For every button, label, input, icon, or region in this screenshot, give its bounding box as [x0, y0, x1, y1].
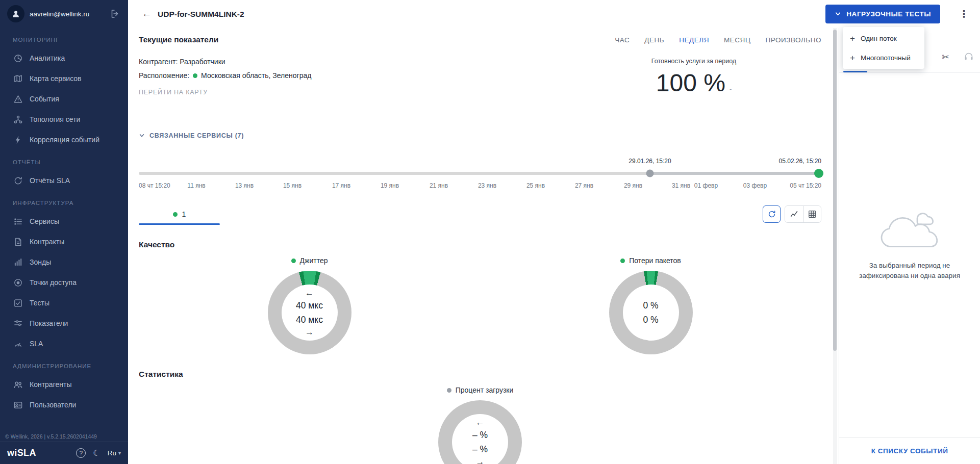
sidebar-item-service-map[interactable]: Карта сервисов: [0, 68, 128, 89]
language-selector[interactable]: Ru ▾: [108, 449, 121, 457]
main-content: Текущие показатели ЧАС ДЕНЬ НЕДЕЛЯ МЕСЯЦ…: [128, 28, 833, 464]
vertical-scrollbar[interactable]: [833, 28, 837, 464]
sidebar-item-label: Контракты: [30, 238, 64, 246]
sidebar-item-label: Карта сервисов: [30, 74, 82, 83]
logout-icon[interactable]: [110, 9, 120, 19]
load-tests-button[interactable]: НАГРУЗОЧНЫЕ ТЕСТЫ: [825, 5, 940, 23]
time-range-slider: 29.01.26, 15:20 05.02.26, 15:20 08 чт 15…: [139, 158, 821, 190]
go-to-map-link[interactable]: ПЕРЕЙТИ НА КАРТУ: [139, 89, 208, 96]
sidebar-item-contracts[interactable]: Контракты: [0, 231, 128, 252]
active-tab-indicator: [843, 71, 867, 72]
location-value: Московская область, Зеленоград: [201, 71, 311, 80]
slider-handle-start[interactable]: [646, 170, 654, 177]
sidebar-item-label: Точки доступа: [30, 278, 77, 287]
more-menu-icon[interactable]: ⋮: [959, 8, 969, 20]
slider-tick-label: 23 янв: [478, 182, 496, 189]
sidebar-item-label: Топология сети: [30, 115, 80, 123]
tab-custom[interactable]: ПРОИЗВОЛЬНО: [765, 36, 821, 44]
slider-tick-label: 29 янв: [624, 182, 642, 189]
sidebar-item-indicators[interactable]: Показатели: [0, 313, 128, 333]
user-row[interactable]: aavrelin@wellink.ru: [0, 0, 128, 28]
sidebar: aavrelin@wellink.ru МОНИТОРИНГ Аналитика…: [0, 0, 128, 464]
sidebar-item-users[interactable]: Пользователи: [0, 395, 128, 415]
help-icon[interactable]: ?: [76, 448, 86, 458]
related-services-toggle[interactable]: СВЯЗАННЫЕ СЕРВИСЫ (7): [139, 132, 821, 139]
page-title: UDP-for-SUMM4LINK-2: [158, 10, 244, 19]
back-button[interactable]: ←: [142, 9, 152, 18]
gauge-ring: ← 40 мкс 40 мкс →: [268, 271, 351, 354]
gauge-icon: [13, 339, 23, 349]
sla-report-icon: [13, 175, 23, 186]
sidebar-item-label: Корреляция событий: [30, 136, 99, 144]
sidebar-item-events[interactable]: События: [0, 89, 128, 109]
top-header: ← UDP-for-SUMM4LINK-2 НАГРУЗОЧНЫЕ ТЕСТЫ …: [128, 0, 980, 28]
availability-label: Готовность услуги за период: [612, 58, 775, 65]
refresh-button[interactable]: [763, 205, 781, 223]
table-view-button[interactable]: [803, 206, 821, 222]
sidebar-item-counterparties[interactable]: Контрагенты: [0, 374, 128, 395]
service-info: Контрагент: Разработчики Расположение: М…: [139, 58, 821, 115]
slider-tick-label: 15 янв: [283, 182, 301, 189]
sidebar-item-label: SLA: [30, 340, 43, 348]
availability-extra: -: [730, 85, 732, 93]
incidents-panel: ✂ За выбранный период не зафиксирована н…: [839, 28, 980, 464]
status-dot-green: [173, 212, 178, 217]
slider-to-label: 05.02.26, 15:20: [779, 158, 821, 165]
slider-tick-label: 11 янв: [187, 182, 205, 189]
slider-handle-end[interactable]: [814, 169, 823, 178]
caret-down-icon: ▾: [118, 450, 121, 456]
related-services-label: СВЯЗАННЫЕ СЕРВИСЫ (7): [149, 132, 244, 139]
sidebar-item-sla-reports[interactable]: Отчёты SLA: [0, 170, 128, 191]
events-list-link[interactable]: К СПИСКУ СОБЫТИЙ: [871, 447, 948, 455]
tab-day[interactable]: ДЕНЬ: [644, 36, 664, 44]
period-tabs: ЧАС ДЕНЬ НЕДЕЛЯ МЕСЯЦ ПРОИЗВОЛЬНО: [615, 36, 821, 44]
nav-section-infrastructure: ИНФРАСТРУКТУРА: [0, 200, 128, 206]
app-root: aavrelin@wellink.ru МОНИТОРИНГ Аналитика…: [0, 0, 980, 464]
chart-view-button[interactable]: [785, 206, 803, 222]
sidebar-item-access-points[interactable]: Точки доступа: [0, 272, 128, 293]
tab-month[interactable]: МЕСЯЦ: [724, 36, 750, 44]
sidebar-item-services[interactable]: Сервисы: [0, 211, 128, 231]
gauge-ring: 0 % 0 %: [609, 271, 693, 354]
language-label: Ru: [108, 449, 116, 457]
sidebar-item-tests[interactable]: Тесты: [0, 293, 128, 313]
sidebar-item-event-correlation[interactable]: Корреляция событий: [0, 130, 128, 150]
gauge-value-in: 40 мкс: [296, 300, 323, 312]
sidebar-item-probes[interactable]: Зонды: [0, 252, 128, 272]
dark-mode-icon[interactable]: ☾: [93, 448, 100, 458]
stream-tab-1[interactable]: 1: [139, 203, 220, 225]
sidebar-item-analytics[interactable]: Аналитика: [0, 48, 128, 68]
slider-tick-label: 08 чт 15:20: [139, 182, 170, 189]
sidebar-item-topology[interactable]: Топология сети: [0, 109, 128, 130]
tab-hour[interactable]: ЧАС: [615, 36, 630, 44]
sidebar-item-sla[interactable]: SLA: [0, 333, 128, 354]
contractor-value: Разработчики: [180, 58, 225, 66]
sidebar-item-label: Сервисы: [30, 217, 59, 225]
sliders-icon: [13, 318, 23, 328]
gauge-value-out: 0 %: [643, 314, 658, 326]
plus-icon: +: [850, 54, 855, 62]
refresh-icon: [767, 210, 776, 219]
table-grid-icon: [808, 210, 817, 219]
chevron-down-icon: [139, 133, 145, 139]
slider-tick-label: 05 чт 15:20: [790, 182, 821, 189]
stream-tab-label: 1: [182, 210, 186, 218]
scrollbar-thumb[interactable]: [833, 30, 837, 351]
wisla-logo: wiSLA: [7, 448, 69, 458]
chevron-down-icon: [835, 11, 841, 17]
gauge-ring: ← – % – % →: [438, 400, 522, 464]
scissors-icon[interactable]: ✂: [942, 51, 949, 63]
tab-week[interactable]: НЕДЕЛЯ: [679, 36, 709, 44]
availability-block: Готовность услуги за период 100 %-: [612, 58, 775, 97]
status-dot-green: [193, 73, 197, 78]
slider-tick-label: 21 янв: [430, 182, 448, 189]
headset-icon[interactable]: [964, 51, 974, 64]
view-toolbar: [763, 205, 821, 223]
analytics-icon: [13, 53, 23, 63]
arrow-left-icon: ←: [305, 289, 314, 297]
load-tests-menu: + Один поток + Многопоточный: [843, 27, 924, 69]
menu-item-single-stream[interactable]: + Один поток: [843, 29, 924, 48]
slider-from-label: 29.01.26, 15:20: [629, 158, 671, 165]
menu-item-label: Один поток: [861, 35, 897, 42]
menu-item-multi-stream[interactable]: + Многопоточный: [843, 48, 924, 67]
